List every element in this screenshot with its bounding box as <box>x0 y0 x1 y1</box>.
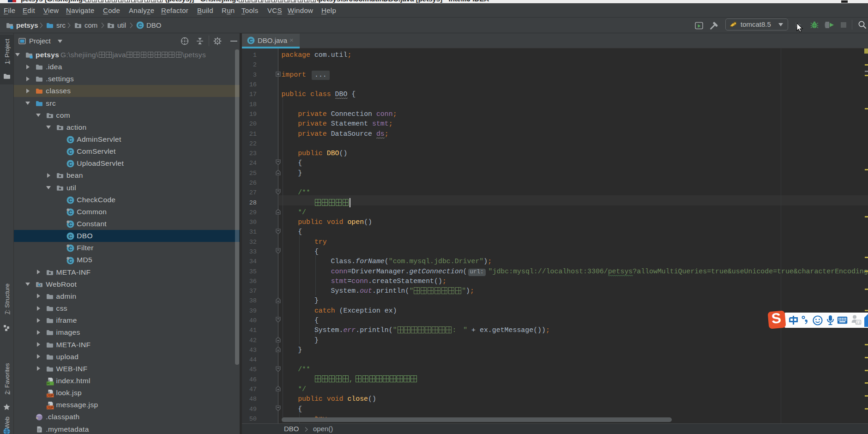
svg-text:21: 21 <box>856 320 861 325</box>
svg-text:C: C <box>68 149 72 155</box>
svg-text:C: C <box>249 38 253 43</box>
svg-text:JSP: JSP <box>47 394 53 397</box>
svg-text:H: H <box>47 381 49 386</box>
svg-text:C: C <box>138 23 142 28</box>
svg-text:C: C <box>68 234 72 239</box>
svg-text:C: C <box>68 161 72 167</box>
svg-text:C: C <box>68 197 72 203</box>
svg-text:C: C <box>68 137 72 143</box>
svg-text:JSP: JSP <box>47 406 53 409</box>
